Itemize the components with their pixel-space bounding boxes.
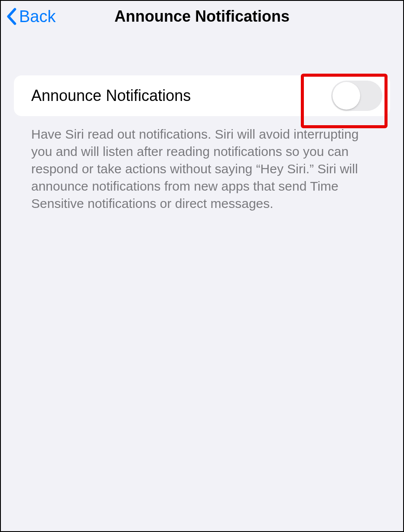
announce-notifications-row: Announce Notifications [14, 75, 390, 116]
setting-label: Announce Notifications [31, 87, 191, 105]
announce-notifications-toggle[interactable] [331, 81, 382, 111]
chevron-left-icon [6, 8, 16, 25]
back-label: Back [19, 7, 55, 26]
back-button[interactable]: Back [6, 7, 55, 26]
setting-description: Have Siri read out notifications. Siri w… [1, 116, 403, 212]
content-area: Announce Notifications Have Siri read ou… [1, 32, 403, 212]
toggle-knob [332, 82, 360, 110]
page-title: Announce Notifications [114, 7, 290, 26]
nav-bar: Back Announce Notifications [1, 1, 403, 32]
